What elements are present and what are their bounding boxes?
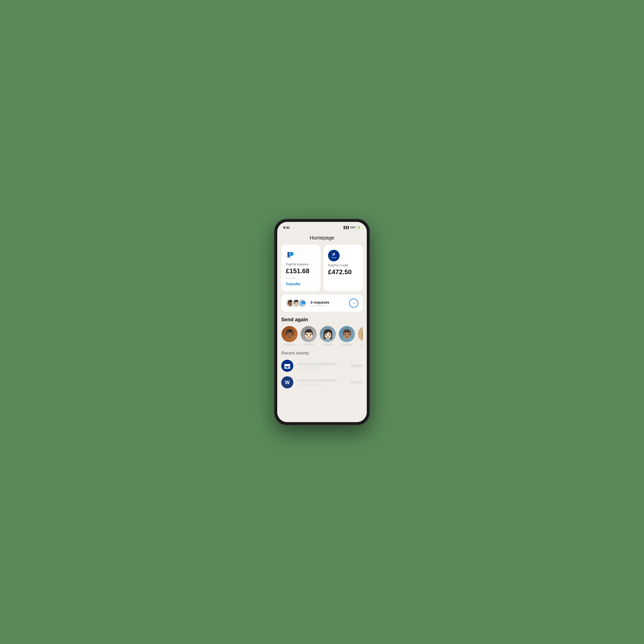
activity-amount-2 [350,381,363,384]
credit-badge: P Credit [328,250,340,261]
contact-face-3: 👩🏻 [322,329,334,339]
paypal-credit-card[interactable]: P Credit PayPal Credit £472.50 [324,245,363,291]
credit-label: PayPal Credit [328,263,358,267]
contact-face-4: 👨🏽 [341,329,353,339]
svg-rect-5 [289,366,290,367]
status-bar: 9:41 ▐▐▐ WiFi 🔋 [277,222,367,233]
balance-underline [286,278,296,279]
contact-avatar-2: 👨🏻 [301,326,317,342]
activity-line2-1 [297,367,322,369]
activity-line2-2 [297,383,322,385]
activity-text-2 [297,379,347,385]
contact-item-2[interactable]: 👨🏻 [300,326,317,346]
activity-amount-1 [350,365,363,367]
requests-underline [310,305,326,306]
requests-bar[interactable]: 👨🏾 👨🏻 🧢 3 requests → [281,295,363,312]
page-title-bar: Homepage [277,233,367,245]
activity-item-2[interactable]: W [281,376,363,388]
contact-item-3[interactable]: 👩🏻 [319,326,336,346]
send-again-section: Send again 👨🏾 👨🏻 [281,317,363,346]
paypal-logo: P P [286,250,296,260]
transfer-button[interactable]: Transfer [286,282,316,286]
contact-item-1[interactable]: 👨🏾 [281,326,298,346]
page-title: Homepage [277,235,367,241]
contact-name-bar-3 [322,344,333,346]
credit-amount: £472.50 [328,268,358,276]
contact-name-bar-4 [341,344,352,346]
contact-face-2: 👨🏻 [303,329,314,339]
activity-w-letter: W [285,380,290,385]
status-icons: ▐▐▐ WiFi 🔋 [343,226,361,229]
credit-p-letter: P [333,253,335,257]
scroll-content[interactable]: P P PayPal balance £151.68 Transfer P Cr… [277,245,367,422]
send-again-title: Send again [281,317,363,323]
activity-store-icon [281,360,293,372]
contact-avatar-5: 👩🏼 [358,326,363,342]
activity-item-1[interactable] [281,360,363,372]
contact-avatar-3: 👩🏻 [320,326,336,342]
contact-name-bar-1 [284,344,295,346]
svg-text:P: P [289,250,294,259]
balance-cards: P P PayPal balance £151.68 Transfer P Cr… [281,245,363,291]
contact-name-bar-5 [360,344,363,346]
requests-arrow-button[interactable]: → [349,299,358,308]
recent-activity-section: Recent activity [281,351,363,388]
contacts-row: 👨🏾 👨🏻 👩🏻 [281,326,363,346]
request-avatar-3: 🧢 [298,299,306,307]
phone-device: 9:41 ▐▐▐ WiFi 🔋 Homepage P [274,219,370,425]
contact-item-4[interactable]: 👨🏽 [339,326,355,346]
contact-face-5: 👩🏼 [360,329,363,339]
contact-face-1: 👨🏾 [284,329,295,339]
activity-w-icon: W [281,376,293,388]
requests-text-block: 3 requests [310,300,346,306]
contact-item-5[interactable]: 👩🏼 [358,326,363,346]
contact-avatar-1: 👨🏾 [281,326,298,342]
battery-icon: 🔋 [357,226,361,229]
activity-text-1 [297,363,347,369]
recent-activity-label: Recent activity [281,351,363,356]
balance-label: PayPal balance [286,262,316,266]
signal-icon: ▐▐▐ [343,226,349,229]
activity-line1-1 [297,363,337,365]
svg-rect-3 [287,366,288,368]
wifi-icon: WiFi [350,226,356,229]
contact-name-bar-2 [303,344,314,346]
balance-amount: £151.68 [286,267,316,275]
phone-screen: 9:41 ▐▐▐ WiFi 🔋 Homepage P [277,222,367,422]
credit-badge-text: Credit [331,257,336,258]
contact-avatar-4: 👨🏽 [339,326,355,342]
paypal-balance-card[interactable]: P P PayPal balance £151.68 Transfer [281,245,320,291]
svg-rect-4 [285,366,286,367]
activity-line1-2 [297,379,337,382]
request-avatar-stack: 👨🏾 👨🏻 🧢 [286,299,306,307]
requests-label: 3 requests [310,300,346,304]
status-time: 9:41 [283,226,290,229]
avatar-face-3: 🧢 [299,300,306,306]
